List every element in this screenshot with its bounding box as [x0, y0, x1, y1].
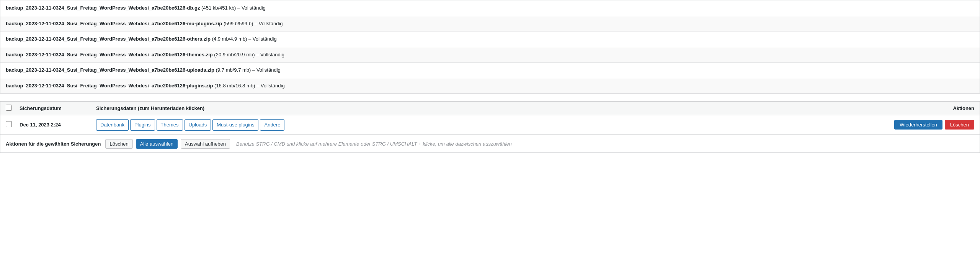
select-all-button[interactable]: Alle auswählen — [136, 139, 178, 149]
row-action-buttons: Wiederherstellen Löschen — [875, 120, 974, 130]
backup-file-name: backup_2023-12-11-0324_Susi_Freitag_Word… — [6, 83, 213, 89]
select-all-checkbox[interactable] — [6, 105, 12, 111]
backup-file-row: backup_2023-12-11-0324_Susi_Freitag_Word… — [0, 31, 980, 47]
bulk-delete-button[interactable]: Löschen — [105, 139, 132, 149]
backup-file-row: backup_2023-12-11-0324_Susi_Freitag_Word… — [0, 62, 980, 78]
download-button-themes[interactable]: Themes — [157, 119, 183, 131]
delete-row-button[interactable]: Löschen — [945, 120, 974, 130]
date-value: Dec 11, 2023 2:24 — [20, 122, 61, 128]
page-container: backup_2023-12-11-0324_Susi_Freitag_Word… — [0, 0, 980, 269]
backup-file-row: backup_2023-12-11-0324_Susi_Freitag_Word… — [0, 78, 980, 94]
backup-files-list: backup_2023-12-11-0324_Susi_Freitag_Word… — [0, 0, 980, 93]
backup-file-meta: (599 b/599 b) – Vollständig — [222, 21, 283, 26]
row-download-buttons: DatenbankPluginsThemesUploadsMust-use pl… — [96, 119, 875, 131]
download-button-plugins[interactable]: Plugins — [130, 119, 155, 131]
backup-file-name: backup_2023-12-11-0324_Susi_Freitag_Word… — [6, 52, 213, 57]
download-button-uploads[interactable]: Uploads — [185, 119, 211, 131]
restore-button[interactable]: Wiederherstellen — [894, 120, 942, 130]
bulk-actions-label: Aktionen für die gewählten Sicherungen — [6, 141, 101, 147]
row-date: Dec 11, 2023 2:24 — [20, 122, 96, 128]
deselect-button[interactable]: Auswahl aufheben — [181, 139, 230, 149]
download-button-andere[interactable]: Andere — [260, 119, 284, 131]
backup-file-row: backup_2023-12-11-0324_Susi_Freitag_Word… — [0, 0, 980, 16]
header-date: Sicherungsdatum — [20, 105, 96, 111]
backup-file-name: backup_2023-12-11-0324_Susi_Freitag_Word… — [6, 21, 222, 26]
backup-file-meta: (451 kb/451 kb) – Vollständig — [200, 5, 266, 11]
download-button-must-use-plugins[interactable]: Must-use plugins — [212, 119, 258, 131]
backup-file-meta: (4.9 mb/4.9 mb) – Vollständig — [211, 36, 277, 42]
backup-file-row: backup_2023-12-11-0324_Susi_Freitag_Word… — [0, 47, 980, 63]
header-data: Sicherungsdaten (zum Herunterladen klick… — [96, 105, 875, 111]
backup-file-name: backup_2023-12-11-0324_Susi_Freitag_Word… — [6, 36, 211, 42]
table-header: Sicherungsdatum Sicherungsdaten (zum Her… — [0, 102, 980, 115]
table-row: Dec 11, 2023 2:24 DatenbankPluginsThemes… — [0, 115, 980, 135]
backup-file-name: backup_2023-12-11-0324_Susi_Freitag_Word… — [6, 5, 200, 11]
download-button-datenbank[interactable]: Datenbank — [96, 119, 129, 131]
backup-file-row: backup_2023-12-11-0324_Susi_Freitag_Word… — [0, 16, 980, 32]
bulk-actions-bar: Aktionen für die gewählten Sicherungen L… — [0, 135, 980, 153]
backup-file-meta: (20.9 mb/20.9 mb) – Vollständig — [213, 52, 284, 57]
backup-file-meta: (16.8 mb/16.8 mb) – Vollständig — [213, 83, 284, 89]
backup-file-name: backup_2023-12-11-0324_Susi_Freitag_Word… — [6, 67, 214, 73]
bulk-hint: Benutze STRG / CMD und klicke auf mehrer… — [236, 141, 512, 147]
header-actions: Aktionen — [875, 105, 974, 111]
row-checkbox[interactable] — [6, 121, 12, 127]
backup-file-meta: (9.7 mb/9.7 mb) – Vollständig — [214, 67, 281, 73]
download-buttons-group: DatenbankPluginsThemesUploadsMust-use pl… — [96, 119, 875, 131]
header-checkbox-col — [6, 105, 20, 112]
row-checkbox-col — [6, 121, 20, 128]
backup-table: Sicherungsdatum Sicherungsdaten (zum Her… — [0, 101, 980, 135]
action-buttons-group: Wiederherstellen Löschen — [875, 120, 974, 130]
